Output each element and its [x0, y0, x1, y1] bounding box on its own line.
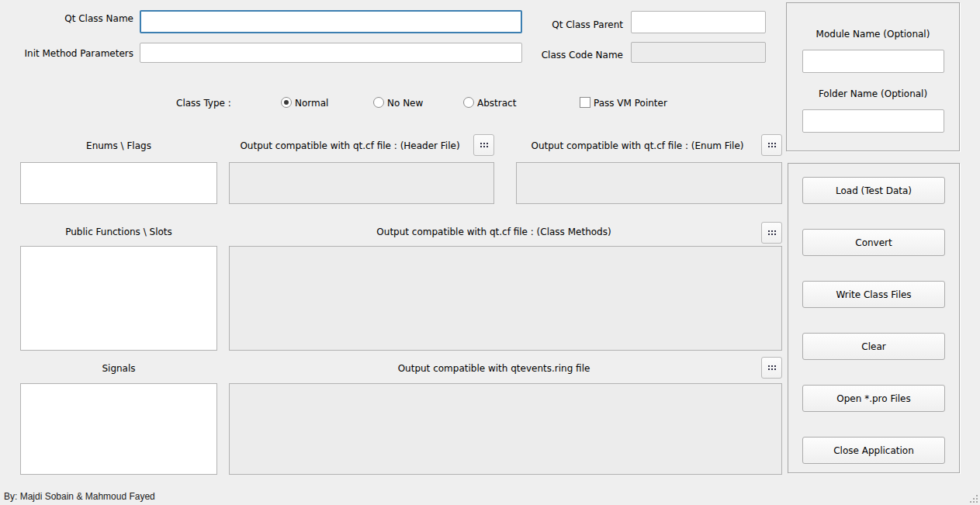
- class-code-name-label: Class Code Name: [497, 50, 623, 61]
- radio-normal-label[interactable]: Normal: [295, 98, 328, 109]
- grid-dots-icon: [768, 230, 770, 232]
- signals-textarea[interactable]: [20, 383, 217, 475]
- radio-abstract[interactable]: [463, 97, 474, 108]
- pass-vm-pointer-label[interactable]: Pass VM Pointer: [594, 98, 667, 109]
- qtevents-output-label: Output compatible with qtevents.ring fil…: [229, 363, 759, 375]
- init-method-parameters-label: Init Method Parameters: [0, 48, 133, 60]
- enum-file-output-area: [516, 162, 782, 204]
- module-name-input[interactable]: [802, 50, 944, 73]
- class-methods-expand-button[interactable]: [761, 222, 782, 244]
- checkbox-pass-vm-pointer[interactable]: [580, 97, 590, 108]
- enums-flags-textarea[interactable]: [20, 162, 217, 204]
- class-methods-output-area: [229, 246, 782, 351]
- grid-dots-icon: [768, 365, 770, 367]
- load-test-data-button[interactable]: Load (Test Data): [802, 177, 945, 204]
- qt-class-parent-label: Qt Class Parent: [497, 19, 623, 31]
- class-type-label: Class Type :: [176, 98, 231, 109]
- grid-dots-icon: [480, 143, 482, 144]
- class-code-name-input: [631, 42, 766, 63]
- radio-no-new[interactable]: [373, 97, 384, 108]
- enums-flags-label: Enums \ Flags: [20, 140, 217, 152]
- qtevents-expand-button[interactable]: [761, 357, 782, 379]
- write-class-files-button[interactable]: Write Class Files: [802, 281, 945, 308]
- folder-name-label: Folder Name (Optional): [787, 88, 959, 100]
- init-method-parameters-input[interactable]: [140, 43, 522, 63]
- radio-no-new-label[interactable]: No New: [387, 98, 423, 109]
- qt-class-parent-input[interactable]: [631, 11, 766, 33]
- enum-file-output-label: Output compatible with qt.cf file : (Enu…: [516, 140, 759, 152]
- header-file-expand-button[interactable]: [473, 134, 494, 156]
- convert-button[interactable]: Convert: [802, 229, 945, 256]
- close-application-button[interactable]: Close Application: [802, 437, 945, 464]
- header-file-output-label: Output compatible with qt.cf file : (Hea…: [229, 140, 471, 152]
- class-methods-output-label: Output compatible with qt.cf file : (Cla…: [229, 227, 759, 238]
- open-pro-files-button[interactable]: Open *.pro Files: [802, 385, 945, 412]
- public-functions-slots-label: Public Functions \ Slots: [20, 227, 217, 238]
- qtevents-output-area: [229, 383, 782, 475]
- clear-button[interactable]: Clear: [802, 333, 945, 360]
- header-file-output-area: [229, 162, 494, 204]
- module-name-label: Module Name (Optional): [787, 29, 959, 40]
- actions-panel: Load (Test Data) Convert Write Class Fil…: [788, 163, 960, 473]
- radio-normal[interactable]: [281, 97, 292, 108]
- enum-file-expand-button[interactable]: [761, 134, 782, 156]
- module-folder-panel: Module Name (Optional) Folder Name (Opti…: [786, 2, 960, 151]
- signals-label: Signals: [20, 363, 217, 375]
- resize-grip-icon[interactable]: [968, 493, 978, 503]
- qt-class-name-label: Qt Class Name: [0, 13, 133, 25]
- grid-dots-icon: [768, 143, 770, 144]
- radio-abstract-label[interactable]: Abstract: [477, 98, 516, 109]
- public-functions-slots-textarea[interactable]: [20, 246, 217, 351]
- folder-name-input[interactable]: [802, 109, 944, 133]
- qt-class-name-input[interactable]: [140, 10, 522, 33]
- statusbar-credit: By: Majdi Sobain & Mahmoud Fayed: [4, 491, 155, 502]
